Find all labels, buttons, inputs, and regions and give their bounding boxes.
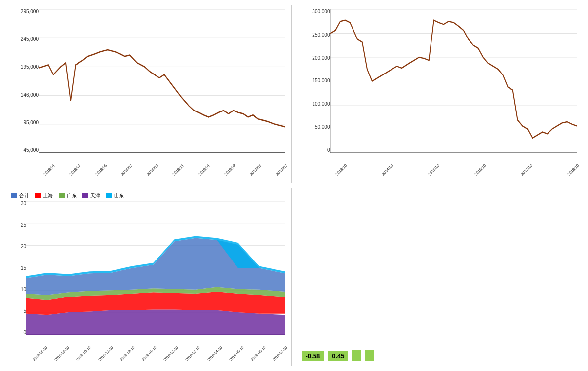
chart1-x-9: 2019/07 — [275, 163, 288, 177]
chart2-y-6: 0 — [303, 148, 330, 153]
chart3-x-2: 2018-10-10 — [76, 345, 92, 362]
chart3-x-9: 2019-05-10 — [228, 345, 244, 362]
chart1-y-label-5: 95,000 — [11, 120, 39, 125]
chart3-svg — [26, 201, 285, 335]
chart2-x-5: 2018/10 — [567, 163, 580, 177]
value-box-2: 0.45 — [328, 351, 348, 361]
chart2-box: 300,000 250,000 200,000 150,000 100,000 … — [297, 5, 584, 183]
chart2-y-1: 250,000 — [303, 33, 330, 37]
legend-shanghai-label: 上海 — [43, 192, 53, 199]
chart3-x-10: 2019-06-10 — [250, 345, 266, 362]
chart1-y-label-3: 195,000 — [11, 65, 39, 70]
main-container: 295,000 245,000 195,000 146,000 95,000 4… — [0, 0, 588, 371]
chart3-x-11: 2019-07-10 — [272, 345, 288, 362]
legend-shanghai-color — [35, 193, 41, 198]
legend-heji: 合计 — [11, 192, 29, 199]
legend-tianjin: 天津 — [82, 192, 100, 199]
chart3-y-3: 15 — [11, 266, 26, 271]
chart1-y-label-1: 295,000 — [11, 9, 39, 14]
chart3-y-6: 0 — [11, 330, 26, 335]
chart2-y-2: 200,000 — [303, 56, 330, 61]
chart2-x-2: 2015/10 — [427, 163, 440, 177]
chart3-y-2: 20 — [11, 244, 26, 249]
chart3-y-4: 10 — [11, 287, 26, 292]
legend-shandong: 山东 — [106, 192, 124, 199]
legend-heji-label: 合计 — [19, 192, 29, 199]
chart3-y-1: 25 — [11, 223, 26, 228]
chart1-x-5: 2018/11 — [172, 163, 185, 177]
chart3-legend: 合计 上海 广东 天津 山东 — [11, 192, 285, 199]
value-box-4 — [365, 350, 374, 361]
legend-guangdong: 广东 — [59, 192, 77, 199]
chart1-y-label-4: 146,000 — [11, 93, 39, 98]
chart1-x-1: 2018/03 — [69, 163, 82, 177]
bottom-right-panel: -0.58 0.45 — [297, 188, 584, 366]
chart3-y-5: 5 — [11, 309, 26, 314]
chart1-x-7: 2019/03 — [223, 163, 236, 177]
value-boxes: -0.58 0.45 — [302, 350, 374, 361]
chart2-x-1: 2014/10 — [381, 163, 394, 177]
chart2-area: 300,000 250,000 200,000 150,000 100,000 … — [303, 9, 577, 168]
chart2-y-5: 50,000 — [303, 125, 330, 130]
value-box-3 — [352, 350, 361, 361]
legend-shandong-color — [106, 193, 112, 198]
chart1-y-label-6: 45,000 — [11, 148, 39, 153]
legend-guangdong-label: 广东 — [67, 192, 77, 199]
legend-heji-color — [11, 193, 17, 198]
chart1-x-axis: 2018/01 2018/03 2018/05 2018/07 2018/09 … — [39, 153, 285, 168]
chart3-x-8: 2019-04-10 — [206, 345, 223, 362]
chart3-x-3: 2018-11-10 — [97, 345, 114, 362]
chart2-x-4: 2017/10 — [520, 163, 533, 177]
legend-tianjin-label: 天津 — [90, 192, 100, 199]
chart1-x-8: 2019/05 — [249, 163, 263, 177]
chart1-svg-wrapper — [39, 9, 285, 153]
chart2-x-3: 2016/10 — [473, 163, 487, 177]
chart3-x-axis: 2018-08-10 2018-09-10 2018-10-10 2018-11… — [26, 335, 285, 350]
legend-shanghai: 上海 — [35, 192, 53, 199]
chart1-x-6: 2019/01 — [197, 163, 211, 177]
chart1-x-2: 2018/05 — [94, 163, 108, 177]
legend-guangdong-color — [59, 193, 65, 198]
chart1-box: 295,000 245,000 195,000 146,000 95,000 4… — [5, 5, 292, 183]
chart1-area: 295,000 245,000 195,000 146,000 95,000 4… — [11, 9, 285, 168]
chart3-area: 30 25 20 15 10 5 0 — [11, 201, 285, 350]
chart1-svg — [39, 9, 285, 153]
chart2-x-0: 2013/10 — [334, 163, 348, 177]
chart3-box: 合计 上海 广东 天津 山东 30 25 20 — [5, 188, 292, 366]
chart1-x-4: 2018/09 — [146, 163, 159, 177]
chart2-y-3: 150,000 — [303, 78, 330, 83]
chart3-x-6: 2019-02-10 — [162, 345, 179, 362]
chart3-y-0: 30 — [11, 201, 26, 206]
legend-tianjin-color — [82, 193, 88, 198]
value-box-1: -0.58 — [302, 351, 324, 361]
chart2-y-axis: 300,000 250,000 200,000 150,000 100,000 … — [303, 9, 330, 153]
svg-marker-24 — [26, 310, 285, 335]
chart2-x-axis: 2013/10 2014/10 2015/10 2016/10 2017/10 … — [330, 153, 577, 168]
chart2-svg-wrapper — [330, 9, 577, 153]
chart1-y-axis: 295,000 245,000 195,000 146,000 95,000 4… — [11, 9, 39, 153]
chart3-x-4: 2018-12-10 — [119, 345, 135, 362]
chart2-y-4: 100,000 — [303, 102, 330, 107]
chart1-y-label-2: 245,000 — [11, 37, 39, 42]
chart3-x-5: 2019-01-10 — [141, 345, 157, 362]
chart1-x-3: 2018/07 — [120, 163, 133, 177]
chart3-x-7: 2019-03-10 — [185, 345, 201, 362]
chart3-y-axis: 30 25 20 15 10 5 0 — [11, 201, 26, 335]
chart1-x-0: 2018/01 — [42, 163, 56, 177]
chart3-x-1: 2018-09-10 — [53, 345, 70, 362]
chart3-x-0: 2018-08-10 — [32, 345, 48, 362]
chart2-svg — [330, 9, 577, 153]
chart3-svg-wrapper — [26, 201, 285, 335]
chart2-y-0: 300,000 — [303, 9, 330, 14]
legend-shandong-label: 山东 — [114, 192, 124, 199]
